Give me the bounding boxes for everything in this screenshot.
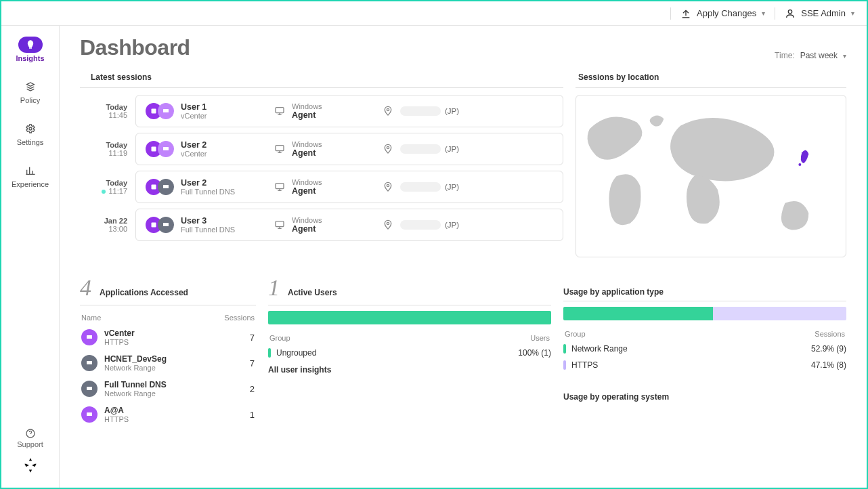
location-redacted	[400, 144, 441, 154]
sidebar-item-insights[interactable]: Insights	[7, 33, 54, 66]
svg-rect-9	[276, 146, 284, 151]
application-row[interactable]: A@AHTTPS 1	[80, 402, 256, 427]
session-row: Today11:19 User 2vCenter WindowsAgent (J…	[80, 133, 563, 165]
session-time: Today11:17	[80, 179, 127, 195]
usage-group-row[interactable]: HTTPS 47.1% (8)	[563, 357, 846, 373]
logo-icon	[22, 456, 39, 478]
app-name: vCenter	[104, 328, 135, 338]
apps-accessed-count: 4	[80, 275, 91, 301]
group-name: Network Range	[571, 344, 628, 354]
group-value: 52.9% (9)	[811, 344, 846, 354]
svg-rect-12	[163, 185, 169, 188]
app-subtype: Network Range	[104, 389, 167, 398]
location-country: (JP)	[445, 107, 459, 115]
sidebar-item-label: Settings	[17, 138, 44, 146]
app-type-icon	[81, 406, 97, 423]
app-badge-icon	[158, 217, 174, 233]
apps-accessed-title: Applications Accessed	[100, 288, 188, 297]
section-title-sessions-location: Sessions by location	[576, 66, 846, 88]
svg-rect-3	[152, 109, 156, 114]
application-row[interactable]: vCenterHTTPS 7	[80, 324, 256, 350]
svg-point-19	[798, 163, 801, 166]
sidebar-item-settings[interactable]: Settings	[7, 116, 54, 150]
session-row: Jan 2213:00 User 3Full Tunnel DNS Window…	[80, 209, 563, 241]
svg-rect-21	[87, 361, 92, 364]
session-row: Today11:17 User 2Full Tunnel DNS Windows…	[80, 171, 563, 203]
session-card[interactable]: User 3Full Tunnel DNS WindowsAgent (JP)	[135, 209, 563, 241]
app-name: Full Tunnel DNS	[104, 380, 167, 389]
world-map[interactable]	[576, 95, 846, 257]
monitor-icon	[274, 219, 285, 230]
apply-changes-label: Apply Changes	[697, 8, 756, 18]
time-label: Time:	[775, 51, 795, 60]
sidebar-item-experience[interactable]: Experience	[7, 158, 54, 192]
svg-rect-16	[163, 223, 169, 226]
app-badge-icon	[158, 179, 174, 195]
user-group-row[interactable]: Ungrouped 100% (1)	[268, 345, 551, 361]
session-platform: Windows	[292, 216, 322, 224]
session-client: Agent	[292, 110, 322, 120]
svg-rect-17	[276, 221, 284, 227]
session-app: vCenter	[181, 150, 207, 158]
svg-rect-23	[87, 412, 92, 416]
active-users-title: Active Users	[288, 288, 337, 297]
session-user: User 2	[181, 178, 235, 188]
app-name: A@A	[104, 406, 129, 415]
user-icon	[785, 8, 796, 19]
support-label: Support	[17, 440, 43, 448]
user-menu-button[interactable]: SSE Admin ▾	[785, 8, 854, 19]
location-pin-icon	[383, 144, 393, 154]
policy-icon	[25, 81, 36, 92]
app-session-count: 7	[250, 358, 255, 368]
session-card[interactable]: User 2vCenter WindowsAgent (JP)	[135, 133, 563, 165]
chevron-down-icon: ▾	[762, 9, 765, 17]
main-content: Dashboard Time: Past week ▾ Latest sessi…	[60, 26, 867, 488]
active-users-count: 1	[268, 275, 280, 301]
sidebar: Insights Policy Settings Experience Supp…	[1, 26, 60, 488]
usage-group-row[interactable]: Network Range 52.9% (9)	[563, 341, 846, 357]
sidebar-item-policy[interactable]: Policy	[7, 75, 54, 108]
location-pin-icon	[383, 182, 393, 192]
svg-rect-13	[276, 184, 284, 189]
sidebar-item-support[interactable]: Support	[17, 428, 43, 448]
app-subtype: HTTPS	[104, 415, 129, 423]
col-name: Name	[81, 314, 101, 322]
usage-os-title: Usage by operating system	[563, 392, 846, 402]
bar-chart-icon	[25, 165, 36, 176]
app-subtype: HTTPS	[104, 338, 135, 346]
time-value: Past week	[800, 51, 838, 60]
session-time: Jan 2213:00	[80, 217, 127, 233]
svg-rect-11	[152, 185, 156, 190]
session-user: User 3	[181, 216, 235, 226]
sidebar-item-label: Experience	[12, 180, 49, 188]
session-card[interactable]: User 2Full Tunnel DNS WindowsAgent (JP)	[135, 171, 563, 203]
page-title: Dashboard	[80, 35, 190, 60]
apply-changes-button[interactable]: Apply Changes ▾	[680, 8, 765, 19]
user-name-label: SSE Admin	[801, 8, 846, 18]
application-row[interactable]: Full Tunnel DNSNetwork Range 2	[80, 376, 256, 402]
svg-point-6	[387, 108, 389, 110]
application-row[interactable]: HCNET_DevSegNetwork Range 7	[80, 350, 256, 376]
help-icon	[25, 428, 36, 439]
svg-rect-7	[152, 147, 156, 152]
all-user-insights-link[interactable]: All user insights	[268, 361, 551, 375]
group-name: HTTPS	[571, 360, 598, 370]
col-group: Group	[565, 330, 586, 338]
group-value: 100% (1)	[518, 348, 551, 358]
session-row: Today11:45 User 1vCenter WindowsAgent (J…	[80, 95, 563, 127]
app-session-count: 7	[250, 333, 255, 343]
time-range-picker[interactable]: Time: Past week ▾	[775, 51, 846, 60]
svg-point-1	[29, 127, 32, 130]
group-value: 47.1% (8)	[811, 360, 846, 370]
monitor-icon	[274, 182, 285, 192]
svg-point-18	[387, 222, 389, 224]
svg-point-10	[387, 146, 389, 148]
legend-mark-icon	[563, 344, 566, 354]
app-session-count: 2	[250, 384, 255, 394]
usage-app-type-title: Usage by application type	[563, 287, 664, 297]
app-type-icon	[81, 329, 97, 345]
svg-point-0	[789, 9, 792, 13]
app-type-icon	[81, 355, 97, 371]
session-card[interactable]: User 1vCenter WindowsAgent (JP)	[135, 95, 563, 127]
app-type-icon	[81, 381, 97, 397]
